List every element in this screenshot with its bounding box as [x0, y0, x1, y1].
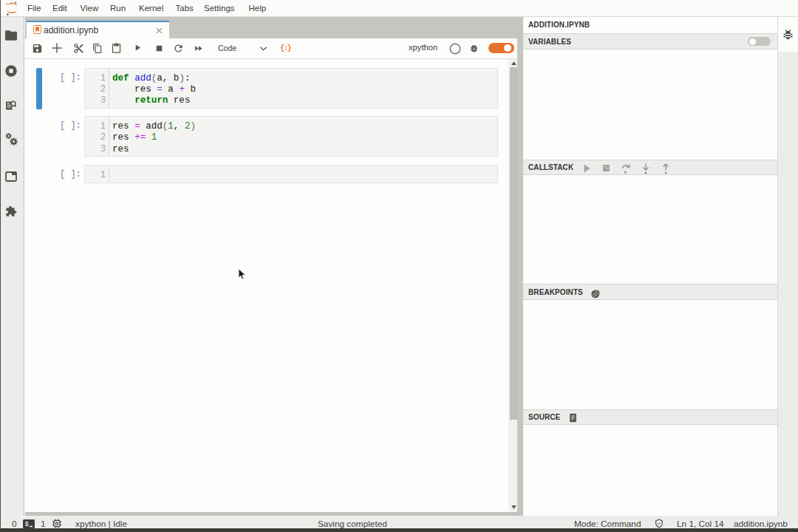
- svg-text:$: $: [25, 521, 30, 528]
